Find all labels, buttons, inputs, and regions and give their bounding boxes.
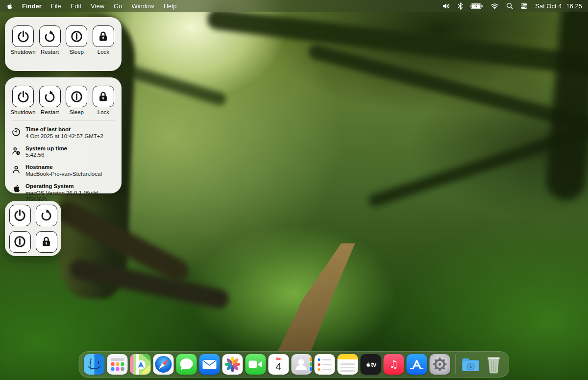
restart-button[interactable] [39,86,61,107]
shutdown-button[interactable] [9,205,31,226]
restart-icon [43,30,56,43]
sleep-icon [70,30,83,43]
dock-item-downloads[interactable] [461,354,481,375]
person-icon [12,165,21,174]
dock-divider [455,355,456,374]
apple-menu-icon[interactable] [6,2,13,10]
menubar-date: Sat Oct 4 [535,2,562,10]
sleep-button[interactable] [9,231,31,253]
downloads-folder-icon [461,354,481,375]
notes-header [338,354,358,359]
lock-control: Lock [92,25,115,55]
dock-item-calendar[interactable]: Sat 4 [269,354,289,375]
dock-item-facetime[interactable] [245,354,266,375]
reminders-row [318,358,332,361]
dock: Sat 4 tv ♫ [79,351,510,378]
apps-color-grid [111,362,124,371]
power-widget-medium: Shutdown Restart Sleep Lock [5,17,122,71]
system-info-widget: Shutdown Restart Sleep Lock Time of last… [5,77,122,193]
restart-button[interactable] [39,25,61,47]
lock-icon [97,90,110,103]
dock-item-system-settings[interactable] [430,354,450,375]
info-row-uptime: System up time 5:42:56 [5,143,122,162]
apps-search-bar [111,358,124,361]
dock-item-apple-tv[interactable]: tv [361,354,381,375]
person-clock-icon [12,146,21,155]
facetime-camera-icon [245,354,266,375]
shutdown-label: Shutdown [10,109,35,115]
sleep-button[interactable] [66,86,87,107]
shutdown-button[interactable] [12,86,34,107]
power-button-row: Shutdown Restart Sleep Lock [5,17,122,55]
menu-item-go[interactable]: Go [114,2,122,10]
apple-icon [12,184,21,193]
info-value: MacBook-Pro-van-Stefan.local [25,171,102,178]
dock-item-messages[interactable] [176,354,197,375]
sleep-button[interactable] [66,25,87,47]
info-title: Hostname [25,164,102,171]
shutdown-label: Shutdown [10,49,35,55]
sleep-control: Sleep [65,86,88,115]
dock-item-maps[interactable] [130,354,151,375]
dock-item-reminders[interactable] [315,354,335,375]
bluetooth-icon[interactable] [458,2,463,10]
appletv-label: tv [371,361,376,368]
mail-envelope-icon [199,354,220,375]
wallpaper-branch [544,0,588,202]
menu-item-view[interactable]: View [91,2,104,10]
lock-button[interactable] [36,231,57,253]
lock-button[interactable] [93,25,114,47]
notes-line [341,370,355,372]
maps-icon [130,354,151,375]
dock-item-finder[interactable] [84,354,105,375]
dock-item-photos[interactable] [222,354,243,375]
lock-label: Lock [98,109,109,115]
power-icon [17,90,30,103]
menu-item-edit[interactable]: Edit [71,2,81,10]
boot-clock-icon [12,127,21,136]
info-title: Time of last boot [25,126,103,133]
dock-item-app-store[interactable] [407,354,427,375]
info-row-last-boot: Time of last boot 4 Oct 2025 at 10:42:57… [5,124,122,143]
sleep-control: Sleep [65,25,88,55]
calendar-day: 4 [275,361,281,372]
power-button-row: Shutdown Restart Sleep Lock [5,77,122,115]
menu-app-name[interactable]: Finder [22,2,42,10]
restart-button[interactable] [36,205,57,226]
dock-item-trash[interactable] [484,354,504,375]
dock-item-apps[interactable] [107,354,128,375]
power-icon [13,209,26,222]
lock-button[interactable] [93,86,114,107]
dock-item-contacts[interactable] [292,354,312,375]
gear-icon [430,354,450,375]
lock-label: Lock [98,49,109,55]
lock-icon [97,30,110,43]
menu-item-help[interactable]: Help [164,2,177,10]
restart-icon [40,209,53,222]
battery-charging-icon[interactable] [470,3,483,9]
restart-label: Restart [41,49,59,55]
apple-icon [365,361,370,368]
reminders-row [318,363,332,366]
wallpaper-forest-path [267,243,365,353]
spotlight-search-icon[interactable] [506,2,513,9]
safari-compass-icon [153,354,174,375]
volume-icon[interactable] [442,3,450,9]
photos-pinwheel-icon [222,354,243,375]
menu-bar: Finder File Edit View Go Window Help Sat… [0,0,588,12]
menu-item-file[interactable]: File [51,2,61,10]
dock-item-safari[interactable] [153,354,174,375]
control-center-icon[interactable] [520,3,528,9]
restart-icon [43,90,56,103]
restart-control: Restart [39,86,61,115]
dock-item-notes[interactable] [338,354,358,375]
menu-bar-left: Finder File Edit View Go Window Help [6,2,176,10]
menubar-clock[interactable]: Sat Oct 4 16:25 [535,2,582,10]
menu-item-window[interactable]: Window [131,2,154,10]
wifi-icon[interactable] [490,3,499,9]
sleep-label: Sleep [70,49,84,55]
dock-item-music[interactable]: ♫ [384,354,404,375]
dock-item-mail[interactable] [199,354,220,375]
info-title: Operating System [25,183,115,190]
shutdown-button[interactable] [12,25,34,47]
